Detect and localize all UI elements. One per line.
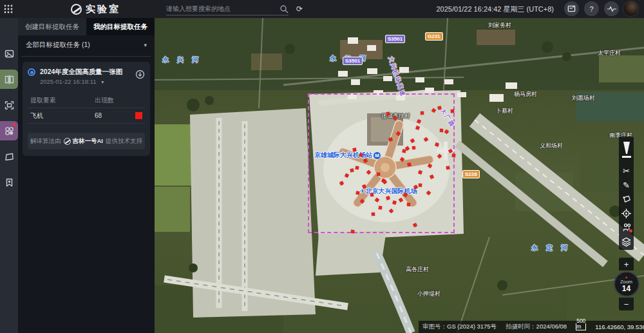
map-label-village: 高各庄村 xyxy=(406,265,429,274)
pulse-icon xyxy=(607,6,616,12)
user-avatar[interactable] xyxy=(623,1,639,17)
aircraft-marker[interactable] xyxy=(386,112,390,115)
location-search[interactable] xyxy=(166,3,289,15)
rail-compare-button[interactable] xyxy=(0,70,18,89)
task-filter-label: 全部目标提取任务 (1) xyxy=(26,41,90,50)
bookmark-plus-icon xyxy=(5,178,14,187)
clip-tool[interactable]: ✂ xyxy=(619,164,634,178)
draw-polygon-tool[interactable] xyxy=(619,192,634,206)
poi-person-tool[interactable] xyxy=(619,220,634,234)
zoom-out-button[interactable]: − xyxy=(619,298,634,310)
aircraft-marker[interactable] xyxy=(451,109,455,113)
map-label-village: 刘惠场村 xyxy=(572,94,595,102)
layers-tool[interactable] xyxy=(619,234,634,249)
road-badge: S3501 xyxy=(385,35,405,43)
measure-tool[interactable]: ✎ xyxy=(619,178,634,192)
rail-draw-region-button[interactable] xyxy=(0,147,18,166)
layers-icon xyxy=(621,237,631,247)
aircraft-marker[interactable] xyxy=(377,173,381,176)
polygon-draw-icon xyxy=(622,195,631,204)
notes-button[interactable] xyxy=(564,1,579,16)
col-feature-header: 提取要素 xyxy=(30,96,95,105)
map-scale-bar: 500 m xyxy=(576,323,586,330)
map-label-village: 刘家务村 xyxy=(488,21,511,30)
left-icon-rail xyxy=(0,18,18,333)
feature-color-swatch xyxy=(135,112,142,119)
review-value: GS (2024) 3175号 xyxy=(447,323,497,330)
locate-tool[interactable] xyxy=(619,206,634,220)
map-label-village: 杨马房村 xyxy=(514,90,537,99)
search-icon[interactable] xyxy=(279,5,289,14)
aircraft-marker[interactable] xyxy=(407,203,410,206)
aircraft-marker[interactable] xyxy=(452,154,456,158)
tab-create-task[interactable]: 创建目标提取任务 xyxy=(18,18,86,35)
scale-text: 500 m xyxy=(576,318,585,330)
swipe-compare-tool[interactable] xyxy=(619,138,634,164)
crosshair-target-icon xyxy=(621,209,631,218)
task-filter-dropdown[interactable]: 全部目标提取任务 (1) ▾ xyxy=(18,35,155,55)
feature-table: 提取要素 出现数 飞机 68 xyxy=(28,93,145,124)
note-edit-icon xyxy=(567,5,576,13)
capture-label: 拍摄时间： xyxy=(506,323,536,330)
rail-ai-apps-button[interactable] xyxy=(0,121,18,140)
aircraft-marker[interactable] xyxy=(421,111,424,115)
algorithm-credit-button[interactable]: 解译算法由 吉林一号AI 提供技术支持 xyxy=(28,133,145,149)
split-compare-icon xyxy=(5,75,14,84)
app-logo[interactable]: 实验室 xyxy=(71,3,120,15)
table-row-aircraft[interactable]: 飞机 68 xyxy=(28,108,145,124)
algo-prefix: 解译算法由 xyxy=(30,137,61,146)
refresh-icon[interactable]: ⟳ xyxy=(294,3,305,15)
aircraft-marker[interactable] xyxy=(353,148,357,152)
swipe-wedge-icon xyxy=(621,141,632,160)
rail-extract-button[interactable] xyxy=(0,95,18,115)
map-label-place: ✈北京大兴国际机场 xyxy=(359,187,417,196)
road-badge: S3501 xyxy=(343,57,363,65)
zoom-control: + ▲ Zoom 14 − xyxy=(619,258,634,310)
ai-apps-icon xyxy=(5,126,14,136)
pencil-icon: ✎ xyxy=(623,180,630,190)
metro-icon: M xyxy=(374,152,381,159)
tab-my-tasks[interactable]: 我的目标提取任务 xyxy=(86,18,155,35)
algo-brand-text: 吉林一号AI xyxy=(73,137,104,146)
aircraft-marker[interactable] xyxy=(412,146,415,149)
feature-count: 68 xyxy=(95,112,133,119)
notification-dot xyxy=(629,229,632,233)
zoom-in-button[interactable]: + xyxy=(619,258,634,271)
image-icon xyxy=(5,49,14,59)
aircraft-marker[interactable] xyxy=(446,166,450,169)
activity-button[interactable] xyxy=(604,1,619,16)
algo-suffix: 提供技术支持 xyxy=(106,137,142,146)
map-label-place: 京雄城际大兴机场站M xyxy=(314,151,381,160)
task-timestamp[interactable]: 2025-01-22 16:18:11 ▾ xyxy=(40,78,131,85)
chevron-down-icon: ▾ xyxy=(144,42,147,48)
map-toolbar: ✂ ✎ xyxy=(619,137,634,250)
map-label-river: 永定河 xyxy=(531,243,576,252)
panel-divider xyxy=(22,56,151,57)
road-badge: G231 xyxy=(425,32,443,41)
rail-bookmark-button[interactable] xyxy=(0,173,18,192)
review-label: 审图号： xyxy=(422,323,447,330)
aircraft-marker[interactable] xyxy=(419,184,422,187)
aircraft-marker[interactable] xyxy=(370,193,374,196)
aircraft-marker[interactable] xyxy=(372,213,375,216)
chevron-down-icon: ▾ xyxy=(101,79,104,85)
app-grid-icon[interactable] xyxy=(0,0,17,18)
task-tabs: 创建目标提取任务 我的目标提取任务 xyxy=(18,18,155,35)
help-button[interactable]: ? xyxy=(584,1,599,16)
jilin1-logo-icon xyxy=(71,4,82,15)
zoom-level-dial[interactable]: ▲ Zoom 14 xyxy=(614,271,639,297)
task-timestamp-text: 2025-01-22 16:18:11 xyxy=(40,78,97,85)
map-label-village: 卜蔡村 xyxy=(496,107,513,115)
satellite-map[interactable]: 京雄城际大兴机场站M✈北京大兴国际机场团城李技村刘家务村太平庄村杨马房村刘惠场村… xyxy=(155,18,644,333)
task-radio-selected[interactable] xyxy=(28,68,35,76)
capture-date: 拍摄时间：2024/06/08 xyxy=(506,323,567,331)
task-title: 2024年度全国高质量一张图 xyxy=(40,67,131,76)
aircraft-marker[interactable] xyxy=(440,129,443,132)
capture-value: 2024/06/08 xyxy=(536,323,567,330)
aircraft-marker[interactable] xyxy=(379,206,383,210)
download-result-button[interactable] xyxy=(135,70,145,82)
search-input[interactable] xyxy=(166,5,279,12)
aircraft-marker[interactable] xyxy=(355,166,359,170)
rail-imagery-button[interactable] xyxy=(0,44,18,63)
task-card[interactable]: 2024年度全国高质量一张图 2025-01-22 16:18:11 ▾ xyxy=(23,62,150,156)
